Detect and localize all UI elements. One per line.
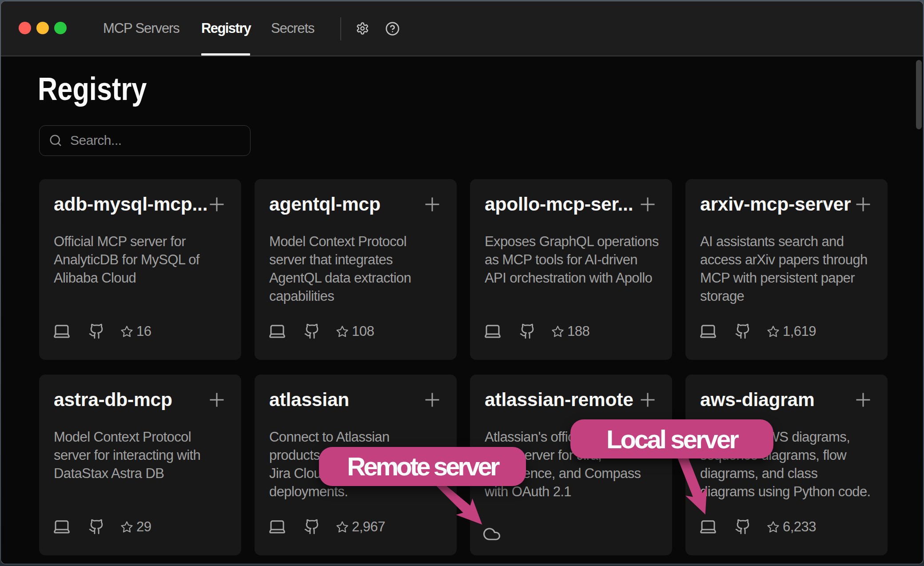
add-server-button[interactable] — [210, 197, 224, 213]
add-server-button[interactable] — [641, 393, 655, 409]
page-title: Registry — [38, 70, 147, 107]
server-card-aws-diagram[interactable]: aws-diagram Generate AWS diagrams, seque… — [685, 375, 888, 555]
add-server-button[interactable] — [425, 197, 439, 213]
star-outline-icon — [336, 521, 349, 534]
card-header: adb-mysql-mcp... — [54, 195, 227, 214]
titlebar-divider — [340, 17, 341, 40]
star-outline-icon — [336, 325, 349, 338]
local-server-icon — [268, 322, 287, 342]
card-header: aws-diagram — [700, 390, 873, 410]
laptop-icon — [699, 322, 717, 340]
plus-icon — [210, 393, 224, 407]
laptop-icon — [483, 322, 502, 340]
settings-icon[interactable] — [356, 1, 369, 56]
add-server-button[interactable] — [425, 393, 439, 409]
help-icon[interactable] — [385, 1, 400, 56]
server-card-astra-db-mcp[interactable]: astra-db-mcp Model Context Protocol serv… — [39, 375, 241, 555]
card-footer: 108 — [269, 324, 442, 339]
github-icon — [519, 323, 536, 341]
local-server-icon — [699, 517, 717, 538]
laptop-icon — [268, 322, 287, 340]
github-octocat-icon — [519, 323, 536, 339]
server-name: atlassian-remote — [485, 390, 633, 410]
server-card-arxiv-mcp-server[interactable]: arxiv-mcp-server AI assistants search an… — [685, 179, 888, 360]
card-footer: 6,233 — [700, 519, 873, 534]
card-header: atlassian — [269, 390, 442, 410]
search-input[interactable] — [70, 133, 239, 148]
server-name: atlassian — [269, 390, 349, 410]
server-name: adb-mysql-mcp... — [54, 195, 207, 214]
server-card-agentql-mcp[interactable]: agentql-mcp Model Context Protocol serve… — [255, 179, 457, 360]
card-footer: 2,967 — [269, 519, 442, 534]
local-server-label: Local server — [570, 419, 773, 458]
minimize-button[interactable] — [36, 22, 49, 34]
star-icon — [767, 521, 780, 535]
card-header: apollo-mcp-ser... — [485, 195, 657, 214]
plus-icon — [641, 197, 655, 211]
github-icon — [735, 323, 751, 341]
card-header: arxiv-mcp-server — [700, 195, 873, 214]
star-icon — [551, 325, 564, 340]
server-card-apollo-mcp-server[interactable]: apollo-mcp-ser... Exposes GraphQL operat… — [470, 179, 672, 360]
card-footer — [485, 519, 657, 534]
card-footer: 16 — [54, 324, 227, 339]
laptop-icon — [52, 322, 71, 340]
github-icon — [735, 518, 751, 537]
remote-server-label: Remote server — [319, 447, 526, 486]
card-footer: 188 — [485, 324, 657, 339]
server-description: Model Context Protocol server that integ… — [269, 232, 442, 305]
server-name: apollo-mcp-ser... — [485, 195, 633, 214]
server-grid: adb-mysql-mcp... Official MCP server for… — [39, 179, 888, 555]
app-window: MCP Servers Registry Secrets Registry — [0, 1, 924, 564]
local-server-icon — [268, 517, 287, 538]
star-count: 29 — [136, 519, 151, 535]
tab-registry[interactable]: Registry — [201, 1, 251, 56]
star-outline-icon — [120, 325, 133, 338]
local-server-icon — [52, 322, 71, 342]
add-server-button[interactable] — [210, 393, 224, 409]
plus-icon — [856, 197, 870, 211]
tab-secrets[interactable]: Secrets — [271, 1, 314, 56]
card-header: astra-db-mcp — [54, 390, 227, 410]
server-name: arxiv-mcp-server — [700, 195, 851, 214]
add-server-button[interactable] — [641, 197, 655, 213]
github-icon — [304, 518, 320, 537]
server-card-adb-mysql-mcp[interactable]: adb-mysql-mcp... Official MCP server for… — [39, 179, 241, 360]
local-server-icon — [699, 322, 717, 342]
close-button[interactable] — [19, 22, 31, 34]
laptop-icon — [268, 517, 287, 536]
star-icon — [120, 521, 133, 535]
star-count: 1,619 — [783, 323, 816, 339]
titlebar: MCP Servers Registry Secrets — [1, 1, 923, 56]
laptop-icon — [52, 517, 71, 536]
server-description: AI assistants search and access arXiv pa… — [700, 232, 873, 305]
star-count: 188 — [567, 323, 589, 339]
github-octocat-icon — [304, 518, 320, 535]
star-count: 6,233 — [783, 519, 816, 535]
zoom-button[interactable] — [54, 22, 67, 34]
active-tab-underline — [201, 53, 250, 56]
star-outline-icon — [767, 521, 780, 534]
github-octocat-icon — [735, 518, 751, 535]
add-server-button[interactable] — [856, 197, 870, 213]
card-footer: 1,619 — [700, 324, 873, 339]
local-server-icon — [483, 322, 502, 342]
server-name: aws-diagram — [700, 390, 815, 410]
github-icon — [88, 323, 105, 341]
scrollbar-thumb[interactable] — [916, 60, 922, 129]
plus-icon — [856, 393, 870, 407]
star-icon — [336, 325, 349, 340]
star-icon — [336, 521, 349, 535]
github-octocat-icon — [88, 323, 105, 339]
add-server-button[interactable] — [856, 393, 870, 409]
window-controls — [19, 22, 67, 34]
cloud-icon — [482, 525, 501, 543]
github-icon — [88, 518, 105, 537]
card-footer: 29 — [54, 519, 227, 534]
star-icon — [120, 325, 133, 340]
question-mark-circle-icon — [385, 21, 400, 36]
plus-icon — [210, 197, 224, 211]
star-icon — [767, 325, 780, 340]
github-octocat-icon — [304, 323, 320, 339]
server-description: Official MCP server for AnalyticDB for M… — [54, 232, 227, 287]
